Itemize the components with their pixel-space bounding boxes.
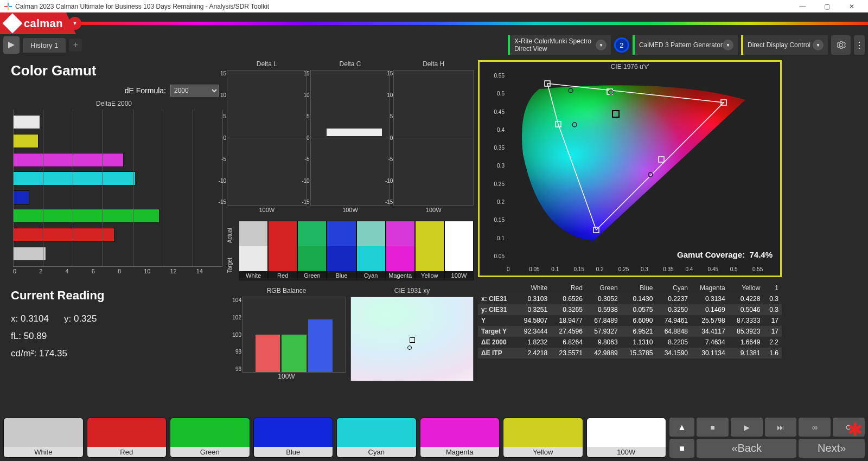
top-toolbar: History 1 + X-Rite ColorMunki SpectroDir… xyxy=(0,34,868,56)
reading-fl: 50.89 xyxy=(24,331,47,341)
window-maximize-button[interactable]: ▢ xyxy=(815,0,839,12)
reading-y: 0.325 xyxy=(74,313,97,324)
svg-rect-0 xyxy=(8,3,9,6)
window-title: Calman 2023 Calman Ultimate for Business… xyxy=(15,3,269,10)
gamut-coverage-value: 74.4% xyxy=(749,250,773,259)
meter-selector[interactable]: X-Rite ColorMunki SpectroDirect View ▼ xyxy=(508,35,611,55)
delta-h-chart: Delta H 151050-5-10-15 100W xyxy=(393,60,474,213)
window-minimize-button[interactable]: — xyxy=(790,0,815,12)
deltae-bar-white xyxy=(13,115,40,129)
source-selector[interactable]: CalMED 3 Pattern Generator ▼ xyxy=(633,35,738,55)
svg-rect-3 xyxy=(8,7,9,10)
next-button[interactable]: Next » xyxy=(799,439,865,458)
swatch-red: Red xyxy=(268,221,297,280)
meter-line2: Direct View xyxy=(514,45,591,53)
window-close-button[interactable]: ✕ xyxy=(839,0,864,12)
deltae-bar-chart: DeltaE 2000 02468101214 xyxy=(5,100,222,274)
pattern-button-cyan[interactable]: Cyan xyxy=(336,418,417,458)
de-formula-select[interactable]: 2000 xyxy=(170,85,219,97)
pattern-button-100w[interactable]: 100W xyxy=(586,418,667,458)
delta-l-chart: Delta L 151050-5-10-15 100W xyxy=(227,60,307,213)
swatch-white: White xyxy=(239,221,268,280)
back-button[interactable]: « Back xyxy=(697,439,796,458)
loop-button[interactable]: ∞ xyxy=(799,418,831,437)
pattern-button-white[interactable]: White xyxy=(3,418,84,458)
pattern-button-green[interactable]: Green xyxy=(170,418,250,458)
play-icon xyxy=(8,42,15,48)
deltae-bar-cyan xyxy=(13,171,136,185)
cie1976-chart: CIE 1976 u'v' xyxy=(478,60,782,277)
swatch-magenta: Magenta xyxy=(386,221,415,280)
brand-text: calman xyxy=(24,17,63,30)
meter-count-badge[interactable]: 2 xyxy=(614,37,629,53)
chevron-down-icon: ▼ xyxy=(723,40,733,50)
display-selector[interactable]: Direct Display Control ▼ xyxy=(741,35,828,55)
meter-line1: X-Rite ColorMunki Spectro xyxy=(514,37,591,45)
svg-rect-1 xyxy=(4,6,8,7)
deltae-bar-red xyxy=(13,228,114,242)
source-line1: CalMED 3 Pattern Generator xyxy=(639,41,723,49)
measured-marker-icon xyxy=(407,345,412,350)
play-button[interactable] xyxy=(3,36,20,54)
pattern-button-red[interactable]: Red xyxy=(87,418,167,458)
deltae-bar-green xyxy=(13,209,159,223)
rgb-balance-chart: RGB Balance 1041021009896 100W xyxy=(227,287,346,382)
record-button[interactable]: ■ xyxy=(697,418,729,437)
prev-pattern-button[interactable]: ▲ xyxy=(669,418,694,437)
delta-c-chart: Delta C 151050-5-10-15 100W xyxy=(310,60,391,213)
color-swatches: ActualTarget WhiteRedGreenBlueCyanMagent… xyxy=(227,221,474,280)
play-seq-button[interactable]: ▶ xyxy=(731,418,763,437)
display-line1: Direct Display Control xyxy=(748,41,810,49)
skip-button[interactable]: ⏭ xyxy=(765,418,797,437)
cie1931-chart: CIE 1931 xy xyxy=(350,287,474,382)
rgb-g-bar xyxy=(282,335,306,372)
current-reading-title: Current Reading xyxy=(11,289,222,303)
reading-cd: 174.35 xyxy=(39,348,67,358)
reading-x: 0.3104 xyxy=(21,313,49,324)
brand-bar: calman ▼ xyxy=(0,12,868,34)
deltae-bar-yellow xyxy=(13,134,39,148)
settings-button[interactable] xyxy=(831,35,851,55)
deltae-bar-magenta xyxy=(13,153,124,167)
swatch-cyan: Cyan xyxy=(356,221,386,280)
swatch-yellow: Yellow xyxy=(415,221,444,280)
window-titlebar: Calman 2023 Calman Ultimate for Business… xyxy=(0,0,868,12)
alert-star-icon: ✱ xyxy=(847,419,863,440)
swatch-blue: Blue xyxy=(327,221,356,280)
chevron-down-icon: ▼ xyxy=(813,40,824,50)
rgb-b-bar xyxy=(308,319,333,372)
app-icon xyxy=(4,3,12,10)
pattern-button-magenta[interactable]: Magenta xyxy=(420,418,500,458)
swatch-100w: 100W xyxy=(444,221,474,280)
brand-menu-button[interactable]: ▼ xyxy=(68,17,81,30)
tab-add-button[interactable]: + xyxy=(69,39,82,52)
tab-history[interactable]: History 1 xyxy=(23,38,66,53)
deltae-bar-100w xyxy=(13,247,46,261)
de-formula-label: dE Formula: xyxy=(125,86,166,95)
svg-rect-2 xyxy=(9,6,12,7)
footer-bar: WhiteRedGreenBlueCyanMagentaYellow100W ▲… xyxy=(0,414,868,461)
target-marker-icon xyxy=(410,337,415,343)
rgb-r-bar xyxy=(256,335,280,372)
gamut-triangle-icon xyxy=(507,73,767,257)
chevron-down-icon: ▼ xyxy=(596,40,607,50)
swatch-green: Green xyxy=(297,221,327,280)
pattern-button-yellow[interactable]: Yellow xyxy=(503,418,583,458)
gear-icon xyxy=(836,40,846,50)
delta-c-bar xyxy=(327,129,382,136)
deltae-chart-title: DeltaE 2000 xyxy=(5,100,222,107)
logo-icon xyxy=(3,14,23,34)
main-content: Color Gamut dE Formula: 2000 DeltaE 2000… xyxy=(0,56,868,376)
svg-marker-4 xyxy=(8,42,15,48)
page-title: Color Gamut xyxy=(11,62,222,79)
brand-badge: calman xyxy=(0,12,76,34)
measurement-table: WhiteRedGreenBlueCyanMagentaYellow1x: CI… xyxy=(478,283,782,358)
stop-button[interactable]: ■ xyxy=(669,439,694,458)
pattern-button-blue[interactable]: Blue xyxy=(253,418,334,458)
spectrum-bar xyxy=(79,22,868,25)
panel-toggle-button[interactable]: ⋮ xyxy=(854,35,865,55)
deltae-bar-blue xyxy=(13,190,29,204)
